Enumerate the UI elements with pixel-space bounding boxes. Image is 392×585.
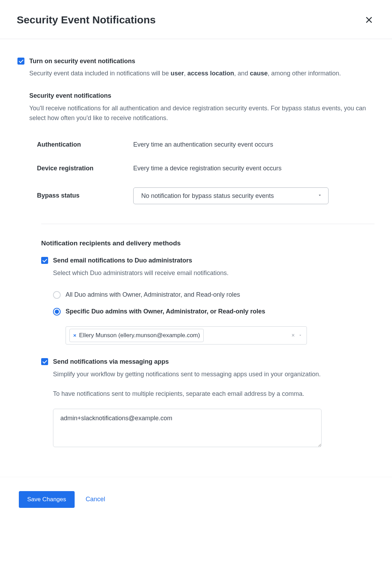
- turn-on-label: Turn on security event notifications: [29, 57, 375, 66]
- messaging-apps-title: Send notifications via messaging apps: [53, 357, 375, 367]
- modal-title: Security Event Notifications: [17, 12, 156, 28]
- admin-radio-group: All Duo admins with Owner, Administrator…: [53, 287, 375, 320]
- event-label-bypass-status: Bypass status: [37, 191, 133, 201]
- notifications-desc: You'll receive notifications for all aut…: [29, 104, 375, 123]
- messaging-recipients-textarea[interactable]: [53, 409, 322, 447]
- messaging-apps-checkbox[interactable]: [41, 358, 48, 365]
- event-label-device-registration: Device registration: [37, 164, 133, 173]
- security-event-notifications-modal: Security Event Notifications Turn on sec…: [0, 0, 392, 525]
- recipients-heading: Notification recipients and delivery met…: [41, 238, 375, 248]
- messaging-apps-block: Send notifications via messaging apps Si…: [41, 357, 375, 450]
- bypass-select-wrap: No notification for bypass status securi…: [133, 187, 329, 204]
- email-notifications-desc: Select which Duo administrators will rec…: [53, 268, 375, 278]
- multiselect-controls: ×: [292, 331, 302, 340]
- close-icon: [365, 16, 373, 24]
- chip-label: Ellery Munson (ellery.munson@example.com…: [79, 331, 200, 340]
- email-notifications-title: Send email notifications to Duo administ…: [53, 256, 375, 266]
- event-row-bypass-status: Bypass status No notification for bypass…: [37, 180, 375, 211]
- email-notifications-content: Send email notifications to Duo administ…: [53, 256, 375, 345]
- radio-all-admins[interactable]: [53, 291, 61, 299]
- modal-body: Turn on security event notifications Sec…: [0, 39, 392, 477]
- messaging-apps-content: Send notifications via messaging apps Si…: [53, 357, 375, 450]
- notifications-heading: Security event notifications: [29, 91, 375, 101]
- event-value-authentication: Every time an authentication security ev…: [133, 140, 375, 150]
- email-notifications-block: Send email notifications to Duo administ…: [41, 256, 375, 345]
- close-button[interactable]: [363, 14, 375, 26]
- event-row-authentication: Authentication Every time an authenticat…: [37, 133, 375, 157]
- email-notifications-checkbox[interactable]: [41, 257, 48, 264]
- modal-footer: Save Changes Cancel: [0, 477, 392, 525]
- save-button[interactable]: Save Changes: [19, 491, 75, 508]
- chevron-down-icon[interactable]: [298, 333, 302, 338]
- event-value-device-registration: Every time a device registration securit…: [133, 164, 375, 173]
- event-table: Authentication Every time an authenticat…: [29, 133, 375, 211]
- radio-row-all-admins: All Duo admins with Owner, Administrator…: [53, 287, 375, 303]
- event-label-authentication: Authentication: [37, 140, 133, 150]
- turn-on-content: Turn on security event notifications Sec…: [29, 57, 375, 463]
- event-row-device-registration: Device registration Every time a device …: [37, 157, 375, 180]
- modal-header: Security Event Notifications: [0, 0, 392, 39]
- radio-specific-admins[interactable]: [53, 308, 61, 316]
- bypass-status-select[interactable]: No notification for bypass status securi…: [133, 187, 329, 204]
- admin-multiselect[interactable]: × Ellery Munson (ellery.munson@example.c…: [66, 326, 307, 345]
- event-value-bypass-status: No notification for bypass status securi…: [133, 187, 375, 204]
- radio-row-specific-admins: Specific Duo admins with Owner, Administ…: [53, 303, 375, 320]
- divider: [41, 224, 375, 224]
- radio-label-specific-admins: Specific Duo admins with Owner, Administ…: [66, 307, 265, 317]
- turn-on-desc: Security event data included in notifica…: [29, 69, 375, 79]
- messaging-apps-desc-2: To have notifications sent to multiple r…: [53, 389, 375, 399]
- radio-label-all-admins: All Duo admins with Owner, Administrator…: [66, 290, 240, 300]
- turn-on-section: Turn on security event notifications Sec…: [17, 57, 375, 463]
- messaging-apps-desc-1: Simplify your workflow by getting notifi…: [53, 370, 375, 379]
- cancel-button[interactable]: Cancel: [86, 496, 105, 503]
- admin-chip: × Ellery Munson (ellery.munson@example.c…: [69, 329, 204, 342]
- multiselect-clear-icon[interactable]: ×: [292, 331, 295, 340]
- chip-remove-icon[interactable]: ×: [73, 331, 76, 339]
- turn-on-checkbox[interactable]: [17, 58, 24, 65]
